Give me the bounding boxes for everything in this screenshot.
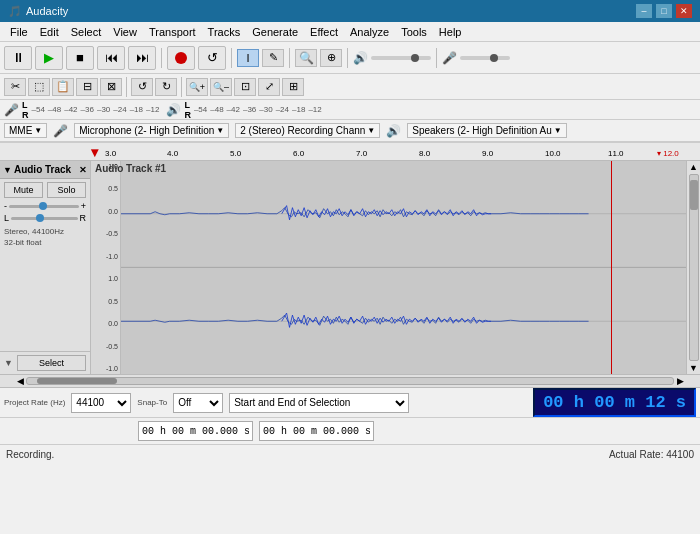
zoom-fit-button[interactable]: ⤢ [258, 78, 280, 96]
track-content-title: Audio Track #1 [95, 163, 166, 174]
menu-help[interactable]: Help [433, 24, 468, 40]
hscroll-container: ◀ ▶ [0, 374, 700, 388]
zoom-all-button[interactable]: ⊞ [282, 78, 304, 96]
select-tool-icon: I [246, 52, 249, 64]
gain-control: - + [0, 200, 90, 212]
gain-minus: - [4, 201, 7, 211]
stop-button[interactable]: ■ [66, 46, 94, 70]
scroll-up-arrow[interactable]: ▲ [688, 161, 699, 173]
channel-select[interactable]: 2 (Stereo) Recording Chann ▼ [235, 123, 380, 138]
paste-button[interactable]: 📋 [52, 78, 74, 96]
hscroll-right-arrow[interactable]: ▶ [674, 376, 686, 386]
vscroll-track[interactable] [689, 174, 699, 361]
loop-button[interactable]: ↺ [198, 46, 226, 70]
hscroll-left-arrow[interactable]: ◀ [14, 376, 26, 386]
hscroll-track[interactable] [26, 377, 674, 385]
menu-analyze[interactable]: Analyze [344, 24, 395, 40]
input-device-label: Microphone (2- High Definition [79, 125, 214, 136]
separator5 [436, 48, 437, 68]
zoom-fit-icon: ⤢ [265, 80, 274, 93]
trim-button[interactable]: ⊟ [76, 78, 98, 96]
play-button[interactable]: ▶ [35, 46, 63, 70]
zoom-sel-icon: ⊡ [241, 80, 250, 93]
ruler-tick-10: 10.0 [545, 149, 561, 158]
solo-button[interactable]: Solo [47, 182, 86, 198]
output-device-select[interactable]: Speakers (2- High Definition Au ▼ [407, 123, 566, 138]
menu-view[interactable]: View [107, 24, 143, 40]
play-icon: ▶ [44, 51, 54, 64]
track-close-button[interactable]: ✕ [79, 165, 87, 175]
vu-meter-bar: 🎤 LR –54 –48 –42 –36 –30 –24 –18 –12 🔊 L… [0, 100, 700, 120]
track-collapse-tri[interactable]: ▼ [4, 358, 13, 368]
channel-arrow: ▼ [367, 126, 375, 135]
timeline-ruler[interactable]: ▾ 3.0 4.0 5.0 6.0 7.0 8.0 9.0 10.0 11.0 … [0, 143, 700, 161]
actual-rate-text: Actual Rate: 44100 [609, 449, 694, 460]
status-bar: Recording. Actual Rate: 44100 [0, 444, 700, 464]
vertical-scrollbar[interactable]: ▲ ▼ [686, 161, 700, 374]
menu-edit[interactable]: Edit [34, 24, 65, 40]
y-label-1.0-bot: 1.0 [93, 275, 118, 282]
meter-minus48: –48 [48, 105, 61, 114]
host-select[interactable]: MME ▼ [4, 123, 47, 138]
playback-icon[interactable]: 🔊 [166, 103, 181, 117]
menu-tracks[interactable]: Tracks [202, 24, 247, 40]
mute-button[interactable]: Mute [4, 182, 43, 198]
copy-button[interactable]: ⬚ [28, 78, 50, 96]
ruler-tick-7: 7.0 [356, 149, 367, 158]
track-name-label[interactable]: Audio Track [14, 164, 79, 175]
gain-slider[interactable] [9, 205, 79, 208]
selection-group: Start and End of Selection [229, 393, 527, 413]
track-collapse-arrow[interactable]: ▼ [3, 165, 12, 175]
scroll-down-arrow[interactable]: ▼ [688, 362, 699, 374]
menu-tools[interactable]: Tools [395, 24, 433, 40]
project-rate-label: Project Rate (Hz) [4, 398, 65, 407]
pan-slider[interactable] [11, 217, 77, 220]
minimize-button[interactable]: – [636, 4, 652, 18]
skip-fwd-button[interactable]: ⏭ [128, 46, 156, 70]
zoom-out-edit-button[interactable]: 🔍– [210, 78, 232, 96]
selection-mode-select[interactable]: Start and End of Selection [229, 393, 409, 413]
skip-back-button[interactable]: ⏮ [97, 46, 125, 70]
zoom-tool-button[interactable]: ⊕ [320, 49, 342, 67]
close-button[interactable]: ✕ [676, 4, 692, 18]
record-icon [175, 52, 187, 64]
draw-tool-button[interactable]: ✎ [262, 49, 284, 67]
transport-toolbar: ⏸ ▶ ■ ⏮ ⏭ ↺ I ✎ 🔍 ⊕ 🔊 🎤 [0, 42, 700, 74]
undo-button[interactable]: ↺ [131, 78, 153, 96]
menu-file[interactable]: File [4, 24, 34, 40]
zoom-in-button[interactable]: 🔍 [295, 49, 317, 67]
output-volume-slider[interactable] [371, 56, 431, 60]
menu-effect[interactable]: Effect [304, 24, 344, 40]
select-tool-button[interactable]: I [237, 49, 259, 67]
end-time-input[interactable] [259, 421, 374, 441]
pause-icon: ⏸ [12, 51, 25, 64]
draw-tool-icon: ✎ [269, 51, 278, 64]
input-volume-slider[interactable] [460, 56, 510, 60]
pause-button[interactable]: ⏸ [4, 46, 32, 70]
record-button[interactable] [167, 46, 195, 70]
zoom-in-edit-button[interactable]: 🔍+ [186, 78, 208, 96]
menu-generate[interactable]: Generate [246, 24, 304, 40]
select-track-button[interactable]: Select [17, 355, 86, 371]
snap-to-select[interactable]: Off [173, 393, 223, 413]
redo-button[interactable]: ↻ [155, 78, 177, 96]
menu-select[interactable]: Select [65, 24, 108, 40]
zoom-sel-button[interactable]: ⊡ [234, 78, 256, 96]
track-content-area[interactable]: Audio Track #1 1.0 0.5 0.0 -0.5 -1.0 1.0… [91, 161, 686, 374]
menu-transport[interactable]: Transport [143, 24, 202, 40]
silence-button[interactable]: ⊠ [100, 78, 122, 96]
meter-minus18: –18 [130, 105, 143, 114]
waveform-display[interactable] [121, 161, 686, 374]
pan-control: L R [0, 212, 90, 224]
input-device-select[interactable]: Microphone (2- High Definition ▼ [74, 123, 229, 138]
bottom-area: Project Rate (Hz) 44100 Snap-To Off Star… [0, 388, 700, 444]
start-time-input[interactable] [138, 421, 253, 441]
status-text: Recording. [6, 449, 54, 460]
channel-top [121, 161, 686, 268]
project-rate-select[interactable]: 44100 [71, 393, 131, 413]
maximize-button[interactable]: □ [656, 4, 672, 18]
separator [161, 48, 162, 68]
menu-bar: File Edit Select View Transport Tracks G… [0, 22, 700, 42]
cut-button[interactable]: ✂ [4, 78, 26, 96]
ruler-tick-6: 6.0 [293, 149, 304, 158]
